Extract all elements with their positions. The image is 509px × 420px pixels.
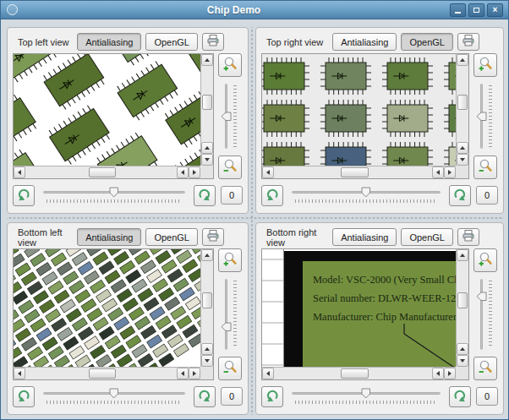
rotate-right-button[interactable] <box>449 185 471 206</box>
scroll-track[interactable] <box>201 261 213 343</box>
scroll-track[interactable] <box>457 261 468 343</box>
maximize-button[interactable] <box>468 3 484 17</box>
slider-handle[interactable] <box>476 292 487 302</box>
scroll-right-button[interactable] <box>189 368 200 379</box>
vertical-scrollbar[interactable] <box>200 249 213 367</box>
scroll-right-button[interactable] <box>189 166 200 178</box>
zoom-out-button[interactable] <box>473 155 497 179</box>
window-icon[interactable] <box>7 4 18 15</box>
antialiasing-button[interactable]: Antialiasing <box>332 228 397 246</box>
scroll-track[interactable] <box>25 166 177 178</box>
splitter-horizontal[interactable] <box>7 215 504 221</box>
scroll-handle[interactable] <box>457 292 468 308</box>
scroll-handle[interactable] <box>202 95 212 110</box>
rotation-spinbox[interactable]: 0 <box>221 387 243 406</box>
slider-handle[interactable] <box>109 187 119 198</box>
scroll-down-button[interactable] <box>201 154 213 166</box>
rotate-left-button[interactable] <box>261 185 283 206</box>
print-button[interactable] <box>202 33 224 51</box>
slider-handle[interactable] <box>361 388 371 399</box>
scroll-left-button-2[interactable] <box>432 368 444 379</box>
rotate-slider[interactable] <box>40 387 189 406</box>
opengl-button[interactable]: OpenGL <box>401 228 453 246</box>
antialiasing-button[interactable]: Antialiasing <box>77 33 141 51</box>
slider-handle[interactable] <box>476 112 487 122</box>
slider-handle[interactable] <box>361 187 371 198</box>
rotate-slider[interactable] <box>288 387 444 406</box>
antialiasing-button[interactable]: Antialiasing <box>77 228 141 246</box>
opengl-button[interactable]: OpenGL <box>145 33 198 51</box>
zoom-slider[interactable] <box>476 275 495 353</box>
scroll-up-button-2[interactable] <box>201 142 213 154</box>
graphics-view[interactable] <box>13 53 214 179</box>
rotate-left-button[interactable] <box>261 386 283 407</box>
print-button[interactable] <box>202 228 224 246</box>
scroll-track[interactable] <box>274 166 432 178</box>
scroll-track[interactable] <box>457 66 468 142</box>
horizontal-scrollbar[interactable] <box>262 166 456 178</box>
scroll-left-button[interactable] <box>14 166 25 178</box>
rotate-right-button[interactable] <box>194 185 216 206</box>
graphics-view[interactable] <box>13 248 214 380</box>
graphics-view[interactable] <box>261 53 469 179</box>
horizontal-scrollbar[interactable] <box>14 367 200 379</box>
scroll-up-button-2[interactable] <box>201 343 213 355</box>
rotate-right-button[interactable] <box>449 386 471 407</box>
scroll-up-button[interactable] <box>457 54 468 66</box>
scroll-left-button-2[interactable] <box>177 368 189 379</box>
rotation-spinbox[interactable]: 0 <box>221 186 243 205</box>
zoom-in-button[interactable] <box>473 53 497 77</box>
scroll-left-button[interactable] <box>262 166 274 178</box>
scroll-handle[interactable] <box>89 368 116 379</box>
minimize-button[interactable] <box>450 3 466 17</box>
scroll-left-button[interactable] <box>14 368 25 379</box>
slider-handle[interactable] <box>109 388 119 399</box>
rotate-right-button[interactable] <box>194 386 216 407</box>
scroll-handle[interactable] <box>341 167 369 177</box>
zoom-in-button[interactable] <box>218 248 242 272</box>
opengl-button[interactable]: OpenGL <box>401 33 453 51</box>
rotate-left-button[interactable] <box>13 386 35 407</box>
graphics-view[interactable]: Model: VSC-2000 (Very Small Chip) at 9Se… <box>261 248 469 380</box>
scroll-track[interactable] <box>25 368 177 379</box>
scroll-up-button-2[interactable] <box>457 343 468 355</box>
scroll-track[interactable] <box>274 368 432 379</box>
slider-handle[interactable] <box>221 112 232 122</box>
rotation-spinbox[interactable]: 0 <box>476 387 498 406</box>
horizontal-scrollbar[interactable] <box>262 367 456 379</box>
horizontal-scrollbar[interactable] <box>14 166 200 178</box>
zoom-out-button[interactable] <box>218 155 242 179</box>
rotate-left-button[interactable] <box>13 185 35 206</box>
scroll-handle[interactable] <box>202 292 212 308</box>
scroll-up-button[interactable] <box>457 249 468 261</box>
vertical-scrollbar[interactable] <box>456 54 468 166</box>
scroll-up-button-2[interactable] <box>457 142 468 154</box>
print-button[interactable] <box>457 228 479 246</box>
print-button[interactable] <box>457 33 479 51</box>
scroll-down-button[interactable] <box>201 355 213 367</box>
rotate-slider[interactable] <box>288 186 444 205</box>
scroll-left-button-2[interactable] <box>432 166 444 178</box>
scroll-track[interactable] <box>201 66 213 142</box>
scroll-right-button[interactable] <box>444 368 456 379</box>
zoom-in-button[interactable] <box>218 53 242 77</box>
vertical-scrollbar[interactable] <box>456 249 468 367</box>
antialiasing-button[interactable]: Antialiasing <box>332 33 397 51</box>
scroll-handle[interactable] <box>457 95 468 110</box>
vertical-scrollbar[interactable] <box>200 54 213 166</box>
scroll-right-button[interactable] <box>444 166 456 178</box>
scroll-left-button[interactable] <box>262 368 274 379</box>
zoom-in-button[interactable] <box>473 248 497 272</box>
scroll-up-button[interactable] <box>201 54 213 66</box>
close-button[interactable]: × <box>487 3 503 17</box>
scroll-up-button[interactable] <box>201 249 213 261</box>
zoom-slider[interactable] <box>476 80 495 152</box>
scroll-handle[interactable] <box>89 167 116 177</box>
rotate-slider[interactable] <box>40 186 189 205</box>
scroll-down-button[interactable] <box>457 154 468 166</box>
zoom-slider[interactable] <box>221 80 239 152</box>
zoom-out-button[interactable] <box>473 357 497 380</box>
scroll-handle[interactable] <box>341 368 369 379</box>
slider-handle[interactable] <box>221 322 232 332</box>
scroll-down-button[interactable] <box>457 355 468 367</box>
